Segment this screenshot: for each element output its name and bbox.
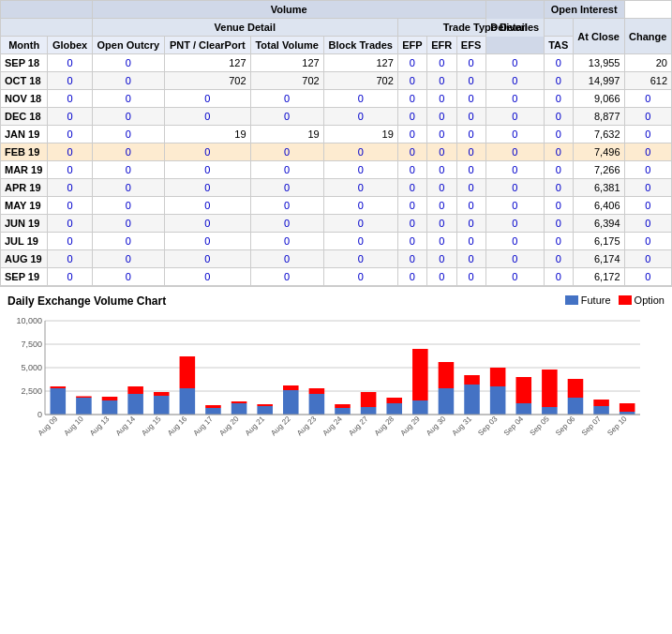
atclose-cell: 9,066 [573,90,624,108]
svg-rect-61 [490,386,506,415]
atclose-cell: 6,406 [573,197,624,215]
svg-text:Aug 27: Aug 27 [347,415,370,438]
outcry-cell: 0 [92,197,164,215]
svg-rect-71 [568,379,584,398]
efp-cell: 0 [397,197,426,215]
deliveries-cell: 0 [544,126,573,143]
venue-detail-header: Venue Detail [92,19,397,37]
globex-cell: 0 [48,179,92,197]
legend-future: Future [565,294,611,306]
efp-cell: 0 [397,54,426,72]
atclose-cell: 7,632 [573,126,624,143]
efp-cell: 0 [397,143,426,161]
atclose-cell: 7,496 [573,143,624,161]
month-cell: SEP 19 [1,268,48,286]
atclose-cell: 14,997 [573,72,624,90]
total-cell: 0 [250,197,323,215]
svg-text:7,500: 7,500 [21,340,42,349]
globex-cell: 0 [48,108,92,126]
month-cell: NOV 18 [1,90,48,108]
svg-text:Aug 14: Aug 14 [114,415,138,438]
table-row: SEP 18 0 0 127 127 127 0 0 0 0 0 13,955 … [1,54,672,72]
efp-cell: 0 [397,179,426,197]
efr-cell: 0 [426,268,456,286]
globex-cell: 0 [48,126,92,143]
efs-cell: 0 [456,54,485,72]
efs-cell: 0 [456,143,485,161]
efs-col-header: EFS [456,37,485,54]
svg-rect-14 [76,397,92,399]
total-cell: 0 [250,233,323,250]
deliveries-cell: 0 [544,250,573,268]
chart-container: Daily Exchange Volume Chart Future Optio… [0,286,672,466]
efr-cell: 0 [426,179,456,197]
block-cell: 127 [323,54,397,72]
month-cell: APR 19 [1,179,48,197]
efs-cell: 0 [456,179,485,197]
total-cell: 0 [250,250,323,268]
svg-text:Sep 07: Sep 07 [580,415,604,438]
atclose-cell: 6,174 [573,250,624,268]
svg-rect-65 [515,377,531,403]
efs-cell: 0 [456,268,485,286]
tas-cell: 0 [485,179,544,197]
pnt-cell: 0 [164,268,250,286]
svg-text:Aug 28: Aug 28 [373,415,396,438]
pnt-cell: 0 [164,108,250,126]
atclose-cell: 13,955 [573,54,624,72]
option-color-box [619,295,632,305]
efr-cell: 0 [426,233,456,250]
month-cell: JUN 19 [1,215,48,233]
total-cell: 0 [250,90,323,108]
svg-rect-52 [412,400,428,415]
svg-rect-32 [231,401,247,403]
tas-cell: 0 [485,215,544,233]
open-interest-header: Open Interest [544,1,624,19]
block-cell: 0 [323,233,397,250]
efs-cell: 0 [456,215,485,233]
svg-rect-40 [309,394,325,415]
table-row: DEC 18 0 0 0 0 0 0 0 0 0 0 8,877 0 [1,108,672,126]
total-cell: 702 [250,72,323,90]
svg-rect-44 [335,404,351,408]
globex-cell: 0 [48,250,92,268]
future-label: Future [581,294,611,306]
month-cell: AUG 19 [1,250,48,268]
efr-cell: 0 [426,197,456,215]
tas-cell: 0 [485,126,544,143]
pnt-cell: 0 [164,250,250,268]
tas-cell: 0 [485,233,544,250]
open-outcry-col-header: Open Outcry [92,37,164,54]
efr-cell: 0 [426,54,456,72]
change-cell: 20 [624,54,672,72]
deliveries-cell: 0 [544,90,573,108]
table-row: FEB 19 0 0 0 0 0 0 0 0 0 0 7,496 0 [1,143,672,161]
svg-rect-49 [386,403,402,415]
table-row: MAR 19 0 0 0 0 0 0 0 0 0 0 7,266 0 [1,161,672,179]
table-row: NOV 18 0 0 0 0 0 0 0 0 0 0 9,066 0 [1,90,672,108]
tas-cell: 0 [485,250,544,268]
block-cell: 0 [323,250,397,268]
pnt-cell: 19 [164,126,250,143]
efr-cell: 0 [426,161,456,179]
pnt-cell: 0 [164,179,250,197]
efp-cell: 0 [397,126,426,143]
svg-text:5,000: 5,000 [21,363,42,372]
svg-text:Aug 10: Aug 10 [63,415,86,438]
month-cell: MAY 19 [1,197,48,215]
table-row: JUN 19 0 0 0 0 0 0 0 0 0 0 6,394 0 [1,215,672,233]
chart-legend: Future Option [565,294,665,306]
svg-rect-74 [593,400,609,406]
efs-cell: 0 [456,90,485,108]
efr-cell: 0 [426,126,456,143]
svg-text:Aug 21: Aug 21 [244,415,267,438]
globex-cell: 0 [48,233,92,250]
efp-cell: 0 [397,215,426,233]
pnt-clearport-col-header: PNT / ClearPort [164,37,250,54]
outcry-cell: 0 [92,233,164,250]
efs-cell: 0 [456,161,485,179]
svg-text:Aug 23: Aug 23 [295,415,319,438]
outcry-cell: 0 [92,54,164,72]
svg-text:Aug 13: Aug 13 [88,415,112,438]
efs-cell: 0 [456,250,485,268]
